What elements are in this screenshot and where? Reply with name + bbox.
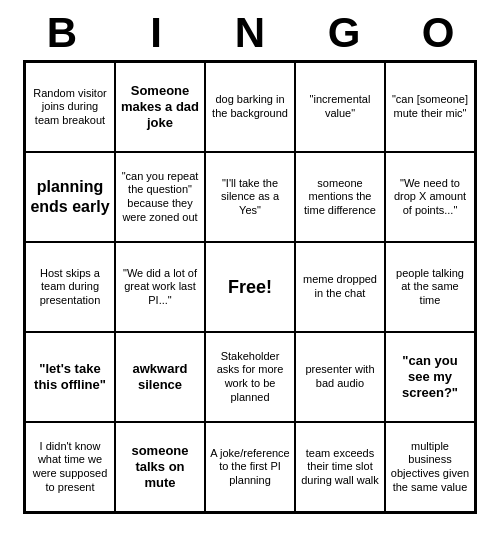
letter-g: G (300, 10, 388, 56)
bingo-cell-r2c2[interactable]: Free! (205, 242, 295, 332)
bingo-cell-r2c3[interactable]: meme dropped in the chat (295, 242, 385, 332)
bingo-cell-r1c0[interactable]: planning ends early (25, 152, 115, 242)
bingo-cell-r0c3[interactable]: "incremental value" (295, 62, 385, 152)
bingo-cell-r0c0[interactable]: Random visitor joins during team breakou… (25, 62, 115, 152)
bingo-cell-r1c3[interactable]: someone mentions the time difference (295, 152, 385, 242)
bingo-cell-r0c4[interactable]: "can [someone] mute their mic" (385, 62, 475, 152)
bingo-cell-r3c0[interactable]: "let's take this offline" (25, 332, 115, 422)
bingo-cell-r3c4[interactable]: "can you see my screen?" (385, 332, 475, 422)
bingo-cell-r1c1[interactable]: "can you repeat the question" because th… (115, 152, 205, 242)
bingo-cell-r2c0[interactable]: Host skips a team during presentation (25, 242, 115, 332)
bingo-cell-r3c2[interactable]: Stakeholder asks for more work to be pla… (205, 332, 295, 422)
bingo-cell-r4c0[interactable]: I didn't know what time we were supposed… (25, 422, 115, 512)
letter-i: I (112, 10, 200, 56)
bingo-header: B I N G O (15, 10, 485, 56)
bingo-cell-r2c4[interactable]: people talking at the same time (385, 242, 475, 332)
bingo-cell-r2c1[interactable]: "We did a lot of great work last PI..." (115, 242, 205, 332)
bingo-cell-r0c2[interactable]: dog barking in the background (205, 62, 295, 152)
bingo-cell-r4c1[interactable]: someone talks on mute (115, 422, 205, 512)
bingo-cell-r4c2[interactable]: A joke/reference to the first PI plannin… (205, 422, 295, 512)
bingo-cell-r4c4[interactable]: multiple business objectives given the s… (385, 422, 475, 512)
letter-o: O (394, 10, 482, 56)
bingo-grid: Random visitor joins during team breakou… (23, 60, 477, 514)
letter-b: B (18, 10, 106, 56)
bingo-cell-r4c3[interactable]: team exceeds their time slot during wall… (295, 422, 385, 512)
bingo-cell-r1c2[interactable]: "I'll take the silence as a Yes" (205, 152, 295, 242)
letter-n: N (206, 10, 294, 56)
bingo-cell-r1c4[interactable]: "We need to drop X amount of points..." (385, 152, 475, 242)
bingo-cell-r3c3[interactable]: presenter with bad audio (295, 332, 385, 422)
bingo-cell-r3c1[interactable]: awkward silence (115, 332, 205, 422)
bingo-cell-r0c1[interactable]: Someone makes a dad joke (115, 62, 205, 152)
